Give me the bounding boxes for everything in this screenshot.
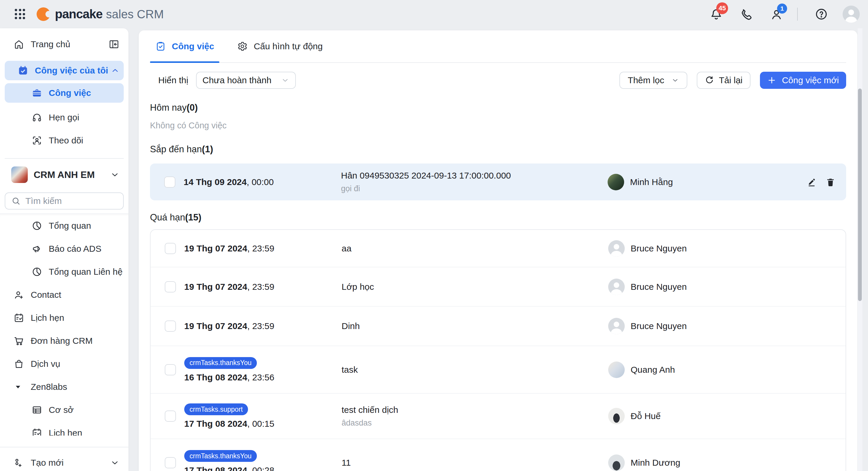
collapse-sidebar-icon[interactable] — [108, 39, 120, 50]
task-checkbox[interactable] — [165, 243, 176, 254]
shopping-bag-icon — [13, 358, 24, 369]
sidebar-item-label: Trang chủ — [31, 39, 70, 49]
task-row[interactable]: crmTasks.thanksYou 16 Thg 08 2024, 23:56… — [151, 346, 845, 394]
sidebar-scroll-area[interactable]: Tổng quan Báo cáo ADS Tổng quan Liên hệ — [0, 213, 128, 436]
sidebar-item-appointments[interactable]: Lịch hẹn — [5, 310, 124, 326]
section-count: (1) — [202, 144, 213, 155]
assignee-avatar — [608, 318, 625, 334]
megaphone-icon — [32, 244, 42, 254]
sidebar-divider — [5, 158, 124, 159]
pie-chart-icon — [32, 266, 42, 277]
task-checkbox[interactable] — [165, 410, 176, 422]
task-tag: crmTasks.thanksYou — [184, 357, 257, 369]
sidebar-item-create-new[interactable]: Tạo mới — [5, 454, 124, 471]
pie-chart-icon — [32, 220, 42, 231]
tab-label: Công việc — [172, 41, 214, 51]
sidebar: Trang chủ Công việc của tôi — [0, 28, 128, 471]
sidebar-item-overview[interactable]: Tổng quan — [5, 218, 124, 234]
task-title: Dinh — [342, 321, 608, 331]
sidebar-item-label: Cơ sở — [49, 405, 73, 415]
sidebar-item-ads-report[interactable]: Báo cáo ADS — [5, 241, 124, 257]
status-filter-select[interactable]: Chưa hoàn thành — [196, 72, 296, 89]
task-row[interactable]: 14 Thg 09 2024, 00:00 Hân 0949530325 202… — [150, 163, 846, 200]
profile-avatar[interactable] — [843, 6, 860, 23]
task-row[interactable]: crmTasks.support 17 Thg 08 2024, 00:15 t… — [151, 394, 845, 439]
search-input[interactable] — [25, 196, 117, 206]
delete-icon[interactable] — [826, 177, 836, 187]
plus-icon — [767, 75, 776, 85]
page-scrollbar-track[interactable] — [858, 28, 862, 471]
section-count: (15) — [185, 212, 202, 223]
sidebar-item-label: Contact — [31, 290, 61, 300]
task-checkbox[interactable] — [165, 320, 176, 332]
task-row[interactable]: 19 Thg 07 2024, 23:59 Dinh Bruce Nguyen — [151, 307, 845, 346]
sidebar-item-facility[interactable]: Cơ sở — [5, 402, 124, 418]
sidebar-item-my-tasks[interactable]: Công việc của tôi — [5, 61, 124, 80]
assignee-name: Bruce Nguyen — [631, 321, 687, 331]
assignee-name: Quang Anh — [631, 365, 675, 375]
section-count: (0) — [187, 102, 198, 113]
task-due-date: 17 Thg 08 2024, 00:28 — [184, 465, 342, 471]
help-icon[interactable] — [815, 8, 828, 21]
home-icon — [13, 39, 24, 50]
add-filter-button[interactable]: Thêm lọc — [619, 72, 687, 89]
sidebar-item-home[interactable]: Trang chủ — [5, 36, 124, 53]
sidebar-item-contact[interactable]: Contact — [5, 287, 124, 303]
sidebar-group-zen8labs[interactable]: Zen8labs — [5, 379, 124, 395]
task-checkbox[interactable] — [165, 364, 176, 375]
add-filter-label: Thêm lọc — [628, 75, 664, 85]
notification-badge: 45 — [716, 2, 728, 14]
calendar-icon — [32, 428, 42, 436]
reload-label: Tải lại — [719, 75, 743, 85]
task-due-date: 19 Thg 07 2024, 23:59 — [184, 321, 342, 331]
tab-label: Cấu hình tự động — [254, 41, 323, 51]
app-grid-icon[interactable] — [15, 9, 25, 20]
task-due-date: 19 Thg 07 2024, 23:59 — [184, 282, 342, 292]
task-title: Lớp học — [342, 282, 608, 292]
edit-icon[interactable] — [807, 177, 817, 187]
create-new-icon — [13, 458, 24, 468]
task-row[interactable]: 19 Thg 07 2024, 23:59 Lớp học Bruce Nguy… — [151, 268, 845, 307]
new-task-label: Công việc mới — [782, 75, 839, 85]
toolbar: Hiển thị Chưa hoàn thành Thêm lọc — [150, 67, 846, 101]
sidebar-item-contact-overview[interactable]: Tổng quan Liên hệ — [5, 263, 124, 280]
brand-name: pancake — [55, 7, 102, 21]
sidebar-item-label: Dịch vụ — [31, 359, 60, 369]
sidebar-item-label: Theo dõi — [49, 135, 83, 146]
tab-bar: Công việc Cấu hình tự động — [150, 30, 846, 63]
notifications-bell-icon[interactable]: 45 — [710, 8, 723, 21]
section-overdue-heading: Quá hạn(15) — [150, 212, 846, 223]
cart-icon — [13, 336, 24, 346]
chevron-down-icon — [671, 76, 679, 84]
sidebar-item-appointments-2[interactable]: Lịch hẹn — [5, 425, 124, 436]
sidebar-search — [5, 192, 124, 210]
phone-icon[interactable] — [740, 8, 753, 21]
sidebar-item-tasks[interactable]: Công việc — [5, 83, 124, 103]
task-row[interactable]: crmTasks.thanksYou 17 Thg 08 2024, 00:28… — [151, 439, 845, 471]
main-panel: Công việc Cấu hình tự động Hiển thị Chưa… — [139, 30, 857, 471]
sidebar-item-services[interactable]: Dịch vụ — [5, 356, 124, 372]
tab-tasks[interactable]: Công việc — [155, 30, 214, 62]
page-scrollbar-thumb[interactable] — [858, 89, 862, 301]
assignee-name: Minh Dương — [631, 458, 680, 468]
section-upcoming-heading: Sắp đến hạn(1) — [150, 144, 846, 155]
sidebar-item-follow[interactable]: Theo dõi — [5, 132, 124, 149]
empty-state-text: Không có Công việc — [150, 121, 846, 130]
gear-icon — [237, 41, 248, 52]
tab-auto-config[interactable]: Cấu hình tự động — [237, 30, 323, 62]
task-checkbox[interactable] — [164, 177, 175, 188]
reload-button[interactable]: Tải lại — [697, 72, 750, 89]
task-checkbox[interactable] — [165, 281, 176, 292]
sidebar-item-crm-orders[interactable]: Đơn hàng CRM — [5, 333, 124, 349]
section-today-heading: Hôm nay(0) — [150, 102, 846, 113]
sidebar-item-call-schedule[interactable]: Hẹn gọi — [5, 109, 124, 126]
chevron-up-icon — [111, 66, 120, 75]
section-title: Sắp đến hạn — [150, 144, 202, 155]
workspace-switcher[interactable]: CRM ANH EM — [5, 166, 124, 183]
sidebar-item-label: Tổng quan — [49, 221, 91, 231]
task-row[interactable]: 19 Thg 07 2024, 23:59 aa Bruce Nguyen — [151, 230, 845, 268]
new-task-button[interactable]: Công việc mới — [760, 72, 846, 89]
user-icon[interactable]: 1 — [770, 8, 783, 21]
calendar-icon — [13, 313, 24, 323]
task-checkbox[interactable] — [165, 457, 176, 468]
